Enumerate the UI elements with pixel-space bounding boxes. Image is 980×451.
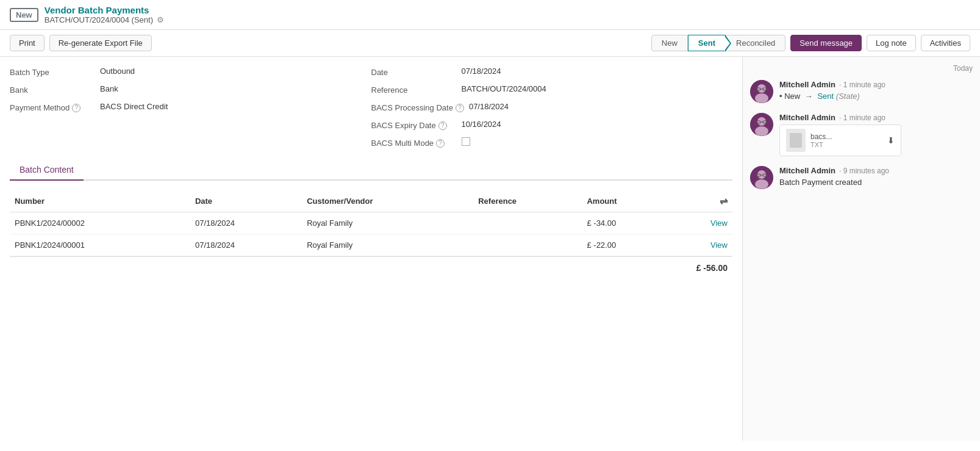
total-row: £ -56.00 xyxy=(10,256,732,279)
tab-batch-content[interactable]: Batch Content xyxy=(10,160,84,181)
activity-time: · 1 minute ago xyxy=(839,81,885,89)
activity-text: Batch Payment created xyxy=(779,178,973,187)
reference-row: Reference BATCH/OUT/2024/0004 xyxy=(371,84,733,95)
form-grid: Batch Type Outbound Bank Bank Payment Me… xyxy=(10,67,732,148)
bacs-multi-mode-row: BACS Multi Mode ? xyxy=(371,137,733,148)
batch-type-label: Batch Type xyxy=(10,67,95,77)
cell-date: 07/18/2024 xyxy=(190,212,302,234)
subtitle-text: BATCH/OUT/2024/0004 (Sent) xyxy=(45,15,153,24)
batch-type-row: Batch Type Outbound xyxy=(10,67,371,77)
bacs-multi-mode-label: BACS Multi Mode ? xyxy=(371,137,457,148)
col-actions: ⇌ xyxy=(672,190,732,212)
toolbar: Print Re-generate Export File New Sent R… xyxy=(0,30,980,57)
reference-label: Reference xyxy=(371,84,457,95)
bacs-expiry-date-help-icon[interactable]: ? xyxy=(438,121,447,130)
activity-text: • New → Sent (State) xyxy=(779,92,973,101)
table-row: PBNK1/2024/00001 07/18/2024 Royal Family… xyxy=(10,234,732,256)
status-step-new[interactable]: New xyxy=(651,35,688,51)
bacs-expiry-date-row: BACS Expiry Date ? 10/16/2024 xyxy=(371,120,733,130)
col-customer-vendor: Customer/Vendor xyxy=(302,190,473,212)
file-type: TXT xyxy=(810,141,832,148)
svg-point-1 xyxy=(757,84,766,93)
bacs-expiry-date-value: 10/16/2024 xyxy=(462,120,501,129)
gear-icon[interactable]: ⚙ xyxy=(157,15,164,24)
bacs-processing-date-help-icon[interactable]: ? xyxy=(456,104,464,112)
state-from: New xyxy=(784,92,800,101)
batch-type-value: Outbound xyxy=(100,67,135,76)
main-layout: Batch Type Outbound Bank Bank Payment Me… xyxy=(0,57,980,441)
activity-item: Mitchell Admin · 1 minute ago • New → Se… xyxy=(750,80,973,103)
activity-time: · 9 minutes ago xyxy=(839,167,889,175)
activities-container: Mitchell Admin · 1 minute ago • New → Se… xyxy=(750,80,973,189)
download-icon[interactable]: ⬇ xyxy=(887,135,895,145)
view-link[interactable]: View xyxy=(710,240,728,250)
total-amount: £ -56.00 xyxy=(696,263,728,273)
date-label: Date xyxy=(371,67,457,77)
bacs-processing-date-label-text: BACS Processing Date xyxy=(371,103,453,112)
date-value: 07/18/2024 xyxy=(462,67,501,76)
cell-view[interactable]: View xyxy=(672,212,732,234)
activity-body: Mitchell Admin · 1 minute ago • New → Se… xyxy=(779,80,973,103)
batch-content-table: Number Date Customer/Vendor Reference Am… xyxy=(10,190,732,256)
bacs-expiry-date-label: BACS Expiry Date ? xyxy=(371,120,457,130)
activity-meta: Mitchell Admin · 1 minute ago xyxy=(779,113,973,122)
cell-reference xyxy=(473,212,582,234)
sidebar-today: Today xyxy=(750,64,973,73)
file-name: bacs... xyxy=(810,132,832,141)
file-info: bacs... TXT xyxy=(810,132,832,148)
cell-view[interactable]: View xyxy=(672,234,732,256)
activity-item: Mitchell Admin · 1 minute ago bacs... TX… xyxy=(750,113,973,156)
bacs-processing-date-row: BACS Processing Date ? 07/18/2024 xyxy=(371,102,733,112)
status-step-sent[interactable]: Sent xyxy=(688,35,726,51)
status-step-reconciled[interactable]: Reconciled xyxy=(726,35,785,51)
table-row: PBNK1/2024/00002 07/18/2024 Royal Family… xyxy=(10,212,732,234)
content-area: Batch Type Outbound Bank Bank Payment Me… xyxy=(0,57,742,441)
view-link[interactable]: View xyxy=(710,218,728,228)
cell-customer-vendor: Royal Family xyxy=(302,212,473,234)
form-left: Batch Type Outbound Bank Bank Payment Me… xyxy=(10,67,371,148)
col-reference: Reference xyxy=(473,190,582,212)
page-subtitle: BATCH/OUT/2024/0004 (Sent) ⚙ xyxy=(45,15,164,24)
payment-method-help-icon[interactable]: ? xyxy=(72,104,80,112)
bacs-expiry-date-label-text: BACS Expiry Date xyxy=(371,121,436,130)
bank-value: Bank xyxy=(100,84,118,93)
new-badge: New xyxy=(10,8,38,22)
bank-label: Bank xyxy=(10,84,95,95)
state-to: Sent xyxy=(817,92,834,101)
avatar xyxy=(750,166,773,189)
payment-method-row: Payment Method ? BACS Direct Credit xyxy=(10,102,371,112)
regenerate-button[interactable]: Re-generate Export File xyxy=(49,35,152,51)
payment-method-label-text: Payment Method xyxy=(10,103,70,112)
log-note-button[interactable]: Log note xyxy=(867,35,916,51)
activity-time: · 1 minute ago xyxy=(839,114,885,122)
cell-amount: £ -34.00 xyxy=(582,212,671,234)
cell-date: 07/18/2024 xyxy=(190,234,302,256)
activities-button[interactable]: Activities xyxy=(921,35,970,51)
send-message-button[interactable]: Send message xyxy=(790,35,862,51)
state-label: (State) xyxy=(836,92,860,101)
activity-meta: Mitchell Admin · 1 minute ago xyxy=(779,80,973,89)
activity-body: Mitchell Admin · 9 minutes ago Batch Pay… xyxy=(779,166,973,189)
activity-item: Mitchell Admin · 9 minutes ago Batch Pay… xyxy=(750,166,973,189)
cell-amount: £ -22.00 xyxy=(582,234,671,256)
bacs-multi-mode-help-icon[interactable]: ? xyxy=(436,139,445,148)
date-row: Date 07/18/2024 xyxy=(371,67,733,77)
svg-point-7 xyxy=(757,117,766,126)
activity-body: Mitchell Admin · 1 minute ago bacs... TX… xyxy=(779,113,973,156)
file-icon xyxy=(786,129,806,152)
bacs-multi-mode-checkbox[interactable] xyxy=(462,137,470,146)
column-adjust-icon[interactable]: ⇌ xyxy=(720,196,728,206)
payment-method-value: BACS Direct Credit xyxy=(100,102,168,111)
reference-value: BATCH/OUT/2024/0004 xyxy=(462,84,546,93)
page-title: Vendor Batch Payments xyxy=(45,5,164,15)
bacs-multi-mode-label-text: BACS Multi Mode xyxy=(371,139,434,148)
form-right: Date 07/18/2024 Reference BATCH/OUT/2024… xyxy=(371,67,733,148)
bank-row: Bank Bank xyxy=(10,84,371,95)
col-number: Number xyxy=(10,190,190,212)
print-button[interactable]: Print xyxy=(10,35,45,51)
page-header: New Vendor Batch Payments BATCH/OUT/2024… xyxy=(0,0,980,30)
activity-meta: Mitchell Admin · 9 minutes ago xyxy=(779,166,973,175)
cell-reference xyxy=(473,234,582,256)
file-attachment: bacs... TXT ⬇ xyxy=(779,124,901,156)
payment-method-label: Payment Method ? xyxy=(10,102,95,112)
